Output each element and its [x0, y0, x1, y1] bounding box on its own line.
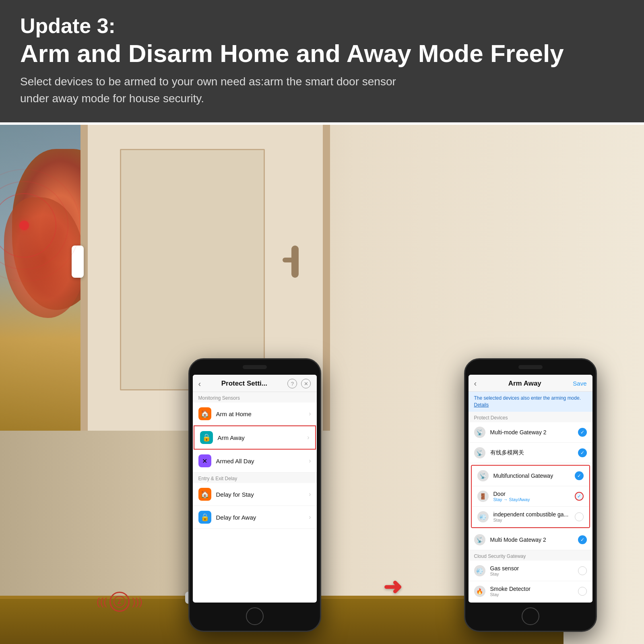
- arm-away-item[interactable]: 🔒 Arm Away ›: [194, 425, 316, 450]
- phone2-screen: ‹ Arm Away Save The selected devices als…: [469, 375, 592, 603]
- gas-name: Gas sensor: [490, 565, 573, 572]
- multi2-info: Multi Mode Gateway 2: [490, 537, 573, 543]
- svg-text:Z: Z: [118, 598, 122, 605]
- phone2-back-icon[interactable]: ‹: [474, 379, 477, 388]
- multi2-check[interactable]: ✓: [578, 535, 587, 544]
- monitoring-section-label: Monitoring Sensors: [193, 392, 317, 402]
- arm-away-icon: 🔒: [200, 431, 213, 444]
- smoke-name: Smoke Detector: [490, 586, 573, 592]
- gateway2-info: Multi-mode Gateway 2: [490, 429, 573, 436]
- gas-info: Gas sensor Stay: [490, 565, 573, 576]
- smoke-icon: 🔥: [474, 586, 485, 597]
- device-row-combustible[interactable]: 💨 independent combustible ga... Stay: [472, 507, 589, 527]
- combustible-icon: 💨: [477, 511, 489, 522]
- phone2-home-button[interactable]: [522, 607, 539, 625]
- close-icon-btn[interactable]: ✕: [301, 379, 311, 388]
- combustible-info: independent combustible ga... Stay: [493, 511, 570, 522]
- armed-all-day-item[interactable]: ✕ Armed All Day ›: [193, 450, 317, 473]
- update-desc: Select devices to be armed to your own n…: [20, 73, 423, 107]
- combustible-sub: Stay: [493, 518, 570, 522]
- delay-stay-icon: 🏠: [198, 488, 211, 501]
- delay-away-item[interactable]: 🔒 Delay for Away ›: [193, 506, 317, 529]
- device-row-wired[interactable]: 📡 有线多模网关 ✓: [469, 443, 592, 463]
- phone1-header: ‹ Protect Setti... ? ✕: [193, 375, 317, 392]
- multifunc-check[interactable]: ✓: [575, 471, 584, 480]
- phone2-save-btn[interactable]: Save: [573, 380, 586, 387]
- door-check[interactable]: ✓: [575, 492, 584, 501]
- multifunc-name: Multifunctional Gateway: [493, 473, 570, 479]
- arm-at-home-chevron: ›: [309, 410, 311, 417]
- device-row-door[interactable]: 🚪 Door Stay → Stay/Away ✓: [472, 486, 589, 507]
- device-row-multifunc[interactable]: 📡 Multifunctional Gateway ✓: [472, 466, 589, 486]
- delay-away-label: Delay for Away: [216, 514, 304, 521]
- zigbee-waves-left: (((: [97, 596, 107, 608]
- phone1-wrapper: ‹ Protect Setti... ? ✕ Monitoring Sen: [141, 358, 368, 632]
- header-banner: Update 3: Arm and Disarm Home and Away M…: [0, 0, 644, 122]
- gateway2-check[interactable]: ✓: [578, 428, 587, 437]
- phone2: ‹ Arm Away Save The selected devices als…: [464, 358, 597, 632]
- smoke-sub: Stay: [490, 592, 573, 597]
- phone1-home-button[interactable]: [246, 607, 264, 625]
- arrow-between-phones: ➜: [383, 574, 402, 600]
- phone1-title: Protect Setti...: [221, 380, 267, 388]
- multi2-name: Multi Mode Gateway 2: [490, 537, 573, 543]
- armed-all-day-label: Armed All Day: [216, 458, 304, 464]
- smoke-info: Smoke Detector Stay: [490, 586, 573, 597]
- zigbee-logo: ((( Z ))): [97, 592, 142, 612]
- gateway2-name: Multi-mode Gateway 2: [490, 429, 573, 436]
- wired-info: 有线多模网关: [490, 449, 573, 456]
- smoke-check[interactable]: [578, 587, 587, 596]
- phones-container: ‹ Protect Setti... ? ✕ Monitoring Sen: [141, 334, 644, 632]
- highlighted-group: 📡 Multifunctional Gateway ✓ 🚪 Door Sta: [471, 465, 590, 528]
- update-label: Update 3:: [20, 14, 624, 37]
- delay-stay-chevron: ›: [309, 491, 311, 498]
- arm-at-home-item[interactable]: 🏠 Arm at Home ›: [193, 402, 317, 425]
- delay-away-chevron: ›: [309, 514, 311, 521]
- gas-sub: Stay: [490, 572, 573, 576]
- info-text: The selected devices also enter the armi…: [474, 395, 581, 401]
- help-icon-btn[interactable]: ?: [287, 379, 297, 388]
- arm-at-home-label: Arm at Home: [216, 411, 304, 417]
- scene-area: ((( Z ))) ‹ Protect Setti...: [0, 125, 644, 644]
- protect-devices-label: Protect Devices: [469, 412, 592, 422]
- device-row-gas[interactable]: 💨 Gas sensor Stay: [469, 561, 592, 581]
- door-icon: 🚪: [477, 491, 489, 502]
- phone1: ‹ Protect Setti... ? ✕ Monitoring Sen: [188, 358, 321, 632]
- gas-icon: 💨: [474, 565, 485, 576]
- back-icon[interactable]: ‹: [198, 379, 201, 388]
- update-title: Arm and Disarm Home and Away Mode Freely: [20, 39, 624, 68]
- entry-section-label: Entry & Exit Delay: [193, 473, 317, 483]
- close-icon: ✕: [304, 381, 308, 387]
- details-link[interactable]: Details: [474, 402, 489, 408]
- door-sub: Stay → Stay/Away: [493, 497, 570, 502]
- phone2-header: ‹ Arm Away Save: [469, 375, 592, 392]
- door-name: Door: [493, 491, 570, 497]
- phone2-wrapper: ‹ Arm Away Save The selected devices als…: [417, 358, 644, 632]
- zigbee-symbol: Z: [109, 592, 130, 612]
- gateway2-icon: 📡: [474, 427, 485, 438]
- phone1-header-icons: ? ✕: [287, 379, 311, 388]
- multifunc-icon: 📡: [477, 470, 489, 481]
- phone2-title: Arm Away: [508, 380, 541, 388]
- arm-away-label: Arm Away: [218, 434, 303, 441]
- delay-stay-item[interactable]: 🏠 Delay for Stay ›: [193, 483, 317, 506]
- delay-away-icon: 🔒: [198, 511, 211, 524]
- armed-all-day-chevron: ›: [309, 457, 311, 464]
- multifunc-info: Multifunctional Gateway: [493, 473, 570, 479]
- cloud-label: Cloud Security Gateway: [469, 550, 592, 561]
- wired-name: 有线多模网关: [490, 449, 573, 456]
- phone1-screen: ‹ Protect Setti... ? ✕ Monitoring Sen: [193, 375, 317, 603]
- device-row-smoke[interactable]: 🔥 Smoke Detector Stay: [469, 581, 592, 602]
- info-banner: The selected devices also enter the armi…: [469, 392, 592, 412]
- combustible-check[interactable]: [575, 512, 584, 521]
- delay-stay-label: Delay for Stay: [216, 491, 304, 498]
- device-row-multi2[interactable]: 📡 Multi Mode Gateway 2 ✓: [469, 530, 592, 550]
- arm-away-chevron: ›: [307, 434, 309, 441]
- gas-check[interactable]: [578, 566, 587, 575]
- multi2-icon: 📡: [474, 534, 485, 545]
- wired-icon: 📡: [474, 447, 485, 458]
- wired-check[interactable]: ✓: [578, 448, 587, 457]
- arm-at-home-icon: 🏠: [198, 407, 211, 420]
- combustible-name: independent combustible ga...: [493, 511, 570, 518]
- device-row-gateway2[interactable]: 📡 Multi-mode Gateway 2 ✓: [469, 422, 592, 443]
